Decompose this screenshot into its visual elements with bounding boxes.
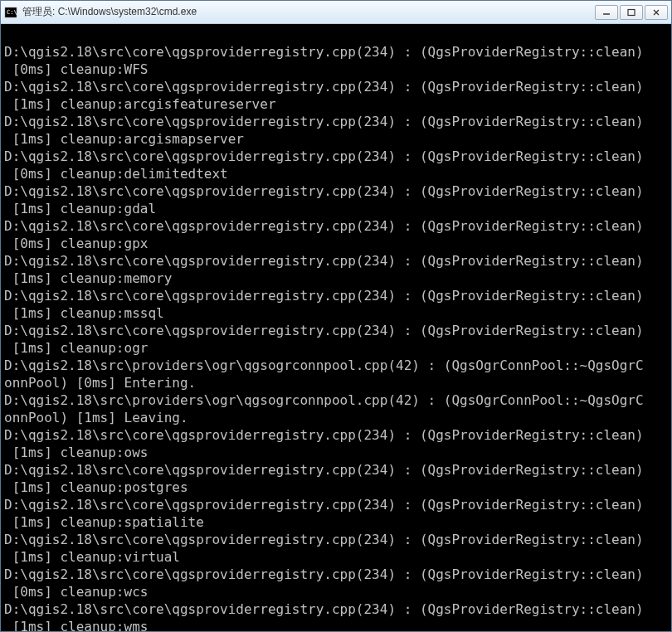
- terminal-line: [4, 26, 668, 43]
- window-title: 管理员: C:\Windows\system32\cmd.exe: [22, 5, 595, 19]
- minimize-button[interactable]: [595, 5, 618, 20]
- terminal-line: [1ms] cleanup:gdal: [4, 200, 668, 217]
- terminal-line: D:\qgis2.18\src\core\qgsproviderregistry…: [4, 148, 668, 165]
- terminal-output[interactable]: D:\qgis2.18\src\core\qgsproviderregistry…: [1, 24, 671, 631]
- terminal-line: D:\qgis2.18\src\core\qgsproviderregistry…: [4, 566, 668, 583]
- terminal-line: [0ms] cleanup:gpx: [4, 235, 668, 252]
- terminal-line: [1ms] cleanup:virtual: [4, 548, 668, 566]
- title-bar[interactable]: C:\ 管理员: C:\Windows\system32\cmd.exe: [1, 1, 671, 24]
- terminal-line: [1ms] cleanup:ogr: [4, 339, 668, 357]
- terminal-line: D:\qgis2.18\src\providers\ogr\qgsogrconn…: [4, 357, 668, 374]
- terminal-line: [1ms] cleanup:arcgismapserver: [4, 130, 668, 148]
- cmd-icon: C:\: [4, 6, 17, 19]
- terminal-line: D:\qgis2.18\src\core\qgsproviderregistry…: [4, 217, 668, 235]
- terminal-line: [1ms] cleanup:ows: [4, 444, 668, 461]
- terminal-line: D:\qgis2.18\src\core\qgsproviderregistry…: [4, 322, 668, 339]
- terminal-line: onnPool) [1ms] Leaving.: [4, 409, 668, 426]
- terminal-line: onnPool) [0ms] Entering.: [4, 374, 668, 391]
- window-controls: [595, 5, 668, 20]
- terminal-line: D:\qgis2.18\src\core\qgsproviderregistry…: [4, 426, 668, 444]
- terminal-line: D:\qgis2.18\src\core\qgsproviderregistry…: [4, 496, 668, 513]
- terminal-line: [1ms] cleanup:spatialite: [4, 513, 668, 531]
- terminal-line: D:\qgis2.18\src\core\qgsproviderregistry…: [4, 287, 668, 304]
- terminal-line: [1ms] cleanup:mssql: [4, 304, 668, 322]
- maximize-button[interactable]: [620, 5, 643, 20]
- terminal-line: D:\qgis2.18\src\core\qgsproviderregistry…: [4, 113, 668, 130]
- terminal-line: D:\qgis2.18\src\core\qgsproviderregistry…: [4, 461, 668, 479]
- terminal-line: [1ms] cleanup:memory: [4, 270, 668, 287]
- terminal-line: D:\qgis2.18\src\core\qgsproviderregistry…: [4, 531, 668, 548]
- terminal-line: [0ms] cleanup:WFS: [4, 61, 668, 78]
- svg-text:C:\: C:\: [7, 9, 17, 16]
- terminal-line: [1ms] cleanup:arcgisfeatureserver: [4, 95, 668, 113]
- terminal-line: [1ms] cleanup:postgres: [4, 479, 668, 496]
- terminal-line: D:\qgis2.18\src\core\qgsproviderregistry…: [4, 252, 668, 270]
- terminal-line: D:\qgis2.18\src\core\qgsproviderregistry…: [4, 43, 668, 61]
- close-button[interactable]: [645, 5, 668, 20]
- terminal-line: D:\qgis2.18\src\core\qgsproviderregistry…: [4, 600, 668, 618]
- terminal-line: D:\qgis2.18\src\providers\ogr\qgsogrconn…: [4, 391, 668, 409]
- svg-rect-3: [628, 9, 635, 15]
- terminal-line: D:\qgis2.18\src\core\qgsproviderregistry…: [4, 78, 668, 95]
- terminal-line: [1ms] cleanup:wms: [4, 618, 668, 631]
- terminal-line: [0ms] cleanup:delimitedtext: [4, 165, 668, 182]
- cmd-window: C:\ 管理员: C:\Windows\system32\cmd.exe D:\…: [0, 0, 672, 632]
- terminal-line: [0ms] cleanup:wcs: [4, 583, 668, 600]
- terminal-line: D:\qgis2.18\src\core\qgsproviderregistry…: [4, 182, 668, 200]
